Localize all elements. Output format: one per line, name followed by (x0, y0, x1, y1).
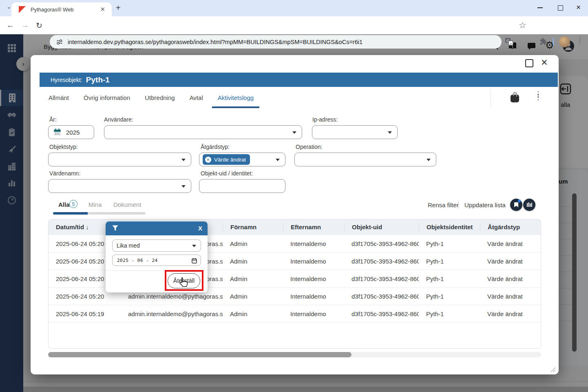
translate-icon[interactable]: G a (505, 38, 513, 46)
col-header-objektsidentitet[interactable]: Objektsidentitet (419, 223, 480, 231)
address-bar[interactable]: internaldemo.dev.pythagoras.se/pythagora… (50, 35, 502, 49)
cell-uid: d3f1705c-3953-4962-860 (344, 310, 419, 317)
cell-uid: d3f1705c-3953-4962-860 (344, 293, 419, 300)
objecttype-dropdown[interactable] (48, 153, 191, 166)
list-tab-mina[interactable]: Mina (88, 201, 102, 208)
scrollbar-thumb[interactable] (48, 352, 351, 357)
forward-button[interactable]: → (21, 21, 29, 30)
list-tab-alla[interactable]: Alla (58, 201, 70, 208)
clear-filter-link[interactable]: Rensa filter (428, 202, 459, 208)
entity-type-label: Hyresobjekt: (51, 77, 82, 83)
chevron-down-icon (388, 131, 392, 134)
columns-icon (526, 202, 532, 208)
horizontal-scrollbar[interactable] (48, 352, 541, 357)
operation-label: Operation: (296, 144, 322, 150)
valuename-dropdown[interactable] (48, 179, 191, 193)
filter-popup-close-icon[interactable]: X (198, 225, 202, 232)
saved-filters-button[interactable] (510, 199, 522, 211)
actiontype-label: Åtgärdstyp: (201, 144, 230, 150)
cell-identity: Pyth-1 (419, 310, 480, 317)
chip-remove-icon[interactable]: ✕ (205, 157, 211, 163)
chevron-down-icon (276, 159, 280, 161)
year-value: 2025 (66, 129, 80, 136)
actiontype-chip[interactable]: ✕ Värde ändrat (203, 154, 250, 165)
ip-label: Ip-adress: (312, 116, 338, 123)
window-maximize-button[interactable] (558, 5, 563, 11)
list-tab-dokument[interactable]: Dokument (113, 201, 141, 208)
reload-button[interactable]: ↻ (36, 21, 42, 30)
cell-firstname: Admin (223, 293, 283, 300)
col-header-efternamn[interactable]: Efternamn (283, 223, 344, 231)
column-settings-button[interactable] (523, 199, 535, 211)
column-filter-popup: X Lika med 2025 - 06 - 24 Återställ (106, 221, 208, 292)
notification-dot (518, 199, 521, 202)
year-field[interactable]: 2025 (48, 125, 94, 139)
tab-avtal[interactable]: Avtal (182, 87, 210, 108)
window-close-button[interactable]: × (576, 3, 581, 12)
site-info-icon[interactable] (55, 38, 64, 46)
cell-email: admin.internaldemo@pythagoras.se (121, 293, 223, 300)
tab-aktivitetslogg[interactable]: Aktivitetslogg (210, 87, 261, 108)
list-tab-scrollbar[interactable] (88, 212, 146, 215)
tab-utbredning[interactable]: Utbredning (137, 87, 182, 108)
filter-date-input[interactable]: 2025 - 06 - 24 (112, 255, 201, 266)
back-button[interactable]: ← (7, 21, 14, 30)
cell-firstname: Admin (223, 275, 283, 282)
table-row[interactable]: 2025-06-24 05:19 admin.internaldemo@pyth… (49, 305, 541, 323)
resize-handle[interactable] (549, 366, 556, 372)
dialog-more-menu-icon[interactable]: ⋮⋮ (535, 93, 542, 99)
cell-lastname: Internaldemo (283, 258, 344, 265)
valuename-label: Värdenamn: (49, 170, 80, 177)
window-minimize-button[interactable] (537, 7, 543, 8)
actiontype-dropdown[interactable]: ✕ Värde ändrat (199, 153, 285, 166)
cell-action: Värde ändrat (480, 275, 541, 282)
operation-dropdown[interactable] (294, 153, 436, 166)
calendar-icon (53, 128, 61, 136)
cell-lastname: Internaldemo (283, 293, 344, 300)
update-list-link[interactable]: Uppdatera lista (464, 202, 506, 208)
cell-uid: d3f1705c-3953-4962-860 (344, 240, 419, 247)
cell-datetime: 2025-06-24 05:19 (49, 310, 121, 317)
tab-ovrig-information[interactable]: Övrig information (76, 87, 137, 108)
objectuid-label: Objekt-uid / identitet: (201, 170, 253, 177)
tab-title: Pythagoras® Web (31, 7, 97, 13)
browser-profile-avatar[interactable] (559, 36, 570, 47)
bookmark-star-icon[interactable]: ☆ (519, 20, 526, 30)
filter-operator-select[interactable]: Lika med (112, 239, 201, 252)
dialog-close-button[interactable]: × (541, 57, 548, 68)
chevron-down-icon (181, 185, 186, 188)
browser-tab[interactable]: Pythagoras® Web ✕ (11, 2, 112, 16)
col-header-objektuid[interactable]: Objekt-uid (344, 223, 419, 231)
chevron-down-icon (192, 245, 196, 247)
cell-uid: d3f1705c-3953-4962-860 (344, 258, 419, 265)
cell-action: Värde ändrat (480, 310, 541, 317)
date-picker-icon[interactable] (192, 258, 197, 264)
chevron-down-icon (292, 131, 296, 134)
ip-dropdown[interactable] (312, 125, 398, 139)
pythagoras-favicon (19, 6, 26, 13)
dialog-tabs: Allmänt Övrig information Utbredning Avt… (41, 87, 261, 108)
bookmark-icon (514, 202, 519, 208)
user-dropdown[interactable] (104, 125, 302, 139)
cell-action: Värde ändrat (480, 258, 541, 265)
cell-identity: Pyth-1 (419, 293, 480, 300)
cell-email: admin.internaldemo@pythagoras.se (121, 310, 223, 317)
tab-close-icon[interactable]: ✕ (97, 6, 108, 13)
dialog-maximize-button[interactable] (525, 59, 533, 67)
browser-toolbar: ← → ↻ internaldemo.dev.pythagoras.se/pyt… (0, 16, 588, 34)
objectuid-input[interactable] (199, 179, 285, 193)
attachment-icon[interactable] (509, 92, 521, 103)
active-list-tab-indicator (53, 212, 88, 215)
col-header-fornamn[interactable]: Förnamn (223, 223, 283, 231)
extensions-icon[interactable] (539, 38, 547, 46)
new-tab-button[interactable]: + (116, 3, 121, 13)
cell-action: Värde ändrat (480, 293, 541, 300)
alla-count-badge: 5 (69, 200, 77, 208)
tab-allmant[interactable]: Allmänt (41, 87, 76, 108)
filter-funnel-icon (112, 225, 118, 231)
user-label: Användare: (104, 116, 133, 123)
col-header-atgardstyp[interactable]: Åtgärdstyp (480, 223, 541, 231)
cell-firstname: Admin (223, 310, 283, 317)
browser-menu-icon[interactable]: ⋮⋮ (577, 37, 583, 44)
objecttype-label: Objektstyp: (49, 144, 78, 150)
